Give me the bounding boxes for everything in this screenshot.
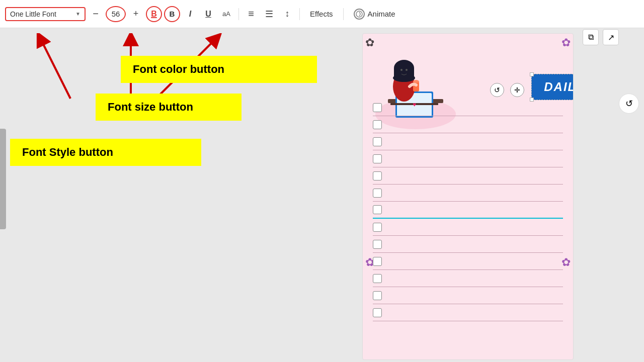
rotate-control[interactable]: ↺ [490,83,504,97]
checkbox-13[interactable] [373,308,382,317]
checklist-row-7 [373,202,563,219]
line-13 [387,312,563,313]
checklist [373,99,563,321]
checkbox-3[interactable] [373,137,382,146]
animate-label: Animate [368,10,395,18]
line-10 [387,261,563,261]
line-12 [387,295,563,296]
checklist-row-8 [373,219,563,236]
export-icon: ↗ [608,33,614,42]
canvas-area: ⧉ ↗ ↺ ✿ ✿ ✿ ✿ [292,28,644,362]
checkbox-10[interactable] [373,257,382,266]
checklist-row-5 [373,167,563,185]
bold-button[interactable]: B [164,6,180,22]
line-2 [387,124,563,125]
line-8 [387,227,563,227]
checklist-row-10 [373,253,563,270]
font-size-label-box: Font size button [96,94,242,121]
checkbox-8[interactable] [373,223,382,232]
separator-3 [343,8,344,20]
flower-top-right: ✿ [561,36,571,49]
dropdown-caret: ▼ [75,11,80,17]
checklist-row-1 [373,99,563,116]
copy-icon: ⧉ [588,33,594,42]
copy-button[interactable]: ⧉ [583,29,599,45]
flower-top-left: ✿ [365,36,374,49]
list-button[interactable]: ☰ [261,6,277,22]
line-9 [387,244,563,244]
svg-point-15 [400,69,403,71]
move-control[interactable]: ✛ [510,83,524,97]
line-6 [387,193,563,193]
checkbox-7[interactable] [373,205,382,214]
toolbar: One Little Font ▼ − 56 + B B I U aA ≡ ☰ … [0,0,644,28]
checkbox-9[interactable] [373,240,382,249]
handle-top-left [530,72,534,76]
line-1 [387,107,563,108]
svg-point-0 [356,11,362,17]
line-11 [387,278,563,279]
checkbox-12[interactable] [373,291,382,300]
checklist-row-9 [373,236,563,253]
arrow-font-name [30,33,91,104]
export-button[interactable]: ↗ [603,29,619,45]
svg-point-16 [406,69,408,71]
font-size-display[interactable]: 56 [106,6,126,22]
effects-button[interactable]: Effects [304,8,339,20]
align-button[interactable]: ≡ [243,6,259,22]
italic-button[interactable]: I [182,6,198,22]
title-bar-container[interactable]: DAILY ROUTIN ↻ ↺ ✛ [446,54,568,80]
animate-icon [354,9,365,20]
bar-controls: ↺ ✛ [490,83,524,97]
small-caps-button[interactable]: aA [218,6,234,22]
font-color-label-box: Font color button [121,56,317,83]
checklist-row-11 [373,270,563,287]
font-style-label-text: Font Style button [22,146,113,158]
daily-routine-text: DAILY ROUTIN [544,80,574,94]
left-edge-panel [0,129,6,229]
checkbox-5[interactable] [373,171,382,180]
font-color-label-text: Font color button [133,63,224,75]
checklist-row-13 [373,304,563,321]
checkbox-1[interactable] [373,103,382,112]
font-color-button[interactable]: B [146,6,162,22]
checkbox-6[interactable] [373,189,382,198]
design-canvas[interactable]: ✿ ✿ ✿ ✿ ♥ [362,33,574,360]
svg-line-1 [40,38,70,99]
svg-point-18 [413,80,419,83]
checklist-row-2 [373,116,563,133]
spacing-button[interactable]: ↕ [279,6,295,22]
checklist-row-12 [373,287,563,304]
checkbox-2[interactable] [373,120,382,129]
line-5 [387,175,563,176]
main-area: Font size button Font Style button Font … [0,28,644,362]
separator-2 [299,8,300,20]
line-3 [387,141,563,142]
font-name-label: One Little Font [10,10,56,18]
font-style-label-box: Font Style button [10,139,201,166]
canvas-top-icons: ⧉ ↗ [583,29,619,45]
line-7 [387,210,563,210]
increase-font-size-button[interactable]: + [128,6,144,22]
separator-1 [238,8,239,20]
font-name-dropdown[interactable]: One Little Font ▼ [5,7,86,21]
font-size-label-text: Font size button [108,101,193,113]
checklist-row-4 [373,150,563,167]
line-4 [387,158,563,159]
checklist-row-3 [373,133,563,150]
checkbox-11[interactable] [373,274,382,283]
checklist-row-6 [373,185,563,202]
animate-button[interactable]: Animate [348,7,401,22]
font-color-icon: B [151,10,157,19]
underline-button[interactable]: U [200,6,216,22]
refresh-button[interactable]: ↺ [619,94,639,114]
checkbox-4[interactable] [373,154,382,163]
decrease-font-size-button[interactable]: − [88,6,104,22]
left-annotation-area: Font size button Font Style button Font … [0,28,292,362]
